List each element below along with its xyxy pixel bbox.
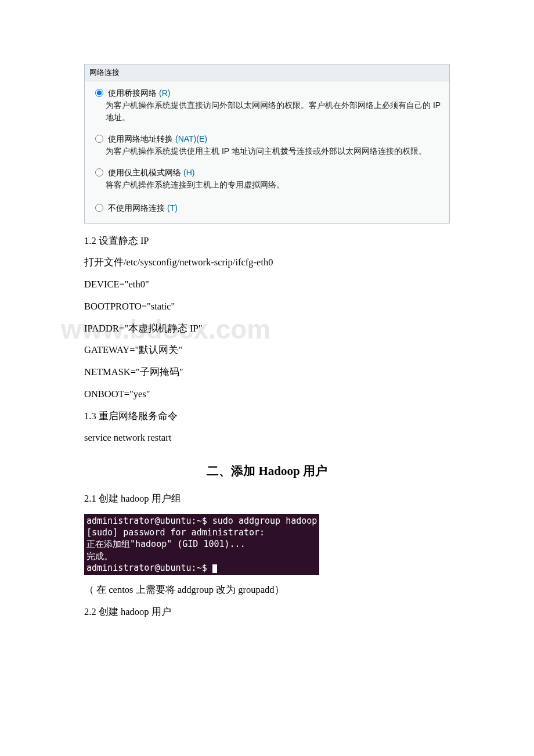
label-nat-pre: 使用网络地址转换: [108, 133, 173, 145]
config-bootproto: BOOTPROTO="static": [84, 300, 450, 314]
radio-nat[interactable]: [95, 135, 103, 143]
terminal-output: administrator@ubuntu:~$ sudo addgroup ha…: [84, 514, 319, 575]
config-onboot: ONBOOT="yes": [84, 387, 450, 402]
cursor-icon: [212, 564, 217, 573]
heading-1-3: 1.3 重启网络服务命令: [84, 409, 450, 424]
config-gateway: GATEWAY="默认网关": [84, 343, 450, 358]
label-bridged-letter: (R): [159, 87, 170, 99]
option-nat[interactable]: 使用网络地址转换(NAT)(E) 为客户机操作系统提供使用主机 IP 地址访问主…: [85, 126, 449, 160]
centos-note: （ 在 centos 上需要将 addgroup 改为 groupadd）: [84, 583, 450, 597]
radio-bridged[interactable]: [95, 89, 103, 97]
radio-none[interactable]: [95, 204, 103, 212]
heading-1-2: 1.2 设置静态 IP: [84, 234, 450, 249]
panel-body: 使用桥接网络(R) 为客户机操作系统提供直接访问外部以太网网络的权限。客户机在外…: [85, 81, 449, 223]
option-bridged[interactable]: 使用桥接网络(R) 为客户机操作系统提供直接访问外部以太网网络的权限。客户机在外…: [85, 81, 449, 126]
text-open-file: 打开文件/etc/sysconfig/network-scrip/ifcfg-e…: [84, 255, 450, 270]
network-connection-panel: 网络连接 使用桥接网络(R) 为客户机操作系统提供直接访问外部以太网网络的权限。…: [84, 64, 450, 224]
config-netmask: NETMASK="子网掩码": [84, 365, 450, 380]
label-hostonly-pre: 使用仅主机模式网络: [108, 167, 181, 179]
radio-hostonly[interactable]: [95, 168, 103, 177]
heading-section-2: 二、添加 Hadoop 用户: [84, 463, 450, 479]
command-restart: service network restart: [84, 431, 450, 445]
option-none[interactable]: 不使用网络连接(T): [85, 193, 449, 223]
option-hostonly[interactable]: 使用仅主机模式网络(H) 将客户机操作系统连接到主机上的专用虚拟网络。: [85, 160, 449, 193]
label-none-letter: (T): [167, 202, 178, 214]
heading-2-2: 2.2 创建 hadoop 用户: [84, 605, 450, 620]
panel-title: 网络连接: [85, 64, 449, 81]
label-bridged-pre: 使用桥接网络: [108, 87, 157, 99]
desc-hostonly: 将客户机操作系统连接到主机上的专用虚拟网络。: [106, 179, 441, 191]
label-none-pre: 不使用网络连接: [108, 202, 165, 214]
label-nat-letter: (NAT)(E): [175, 133, 207, 145]
label-hostonly-letter: (H): [183, 167, 194, 179]
heading-2-1: 2.1 创建 hadoop 用户组: [84, 492, 450, 506]
config-ipaddr: IPADDR="本虚拟机静态 IP": [84, 322, 450, 336]
config-device: DEVICE="eth0": [84, 278, 450, 292]
desc-bridged: 为客户机操作系统提供直接访问外部以太网网络的权限。客户机在外部网络上必须有自己的…: [106, 99, 441, 124]
desc-nat: 为客户机操作系统提供使用主机 IP 地址访问主机拨号连接或外部以太网网络连接的权…: [106, 145, 441, 157]
terminal-text: administrator@ubuntu:~$ sudo addgroup ha…: [86, 516, 317, 573]
